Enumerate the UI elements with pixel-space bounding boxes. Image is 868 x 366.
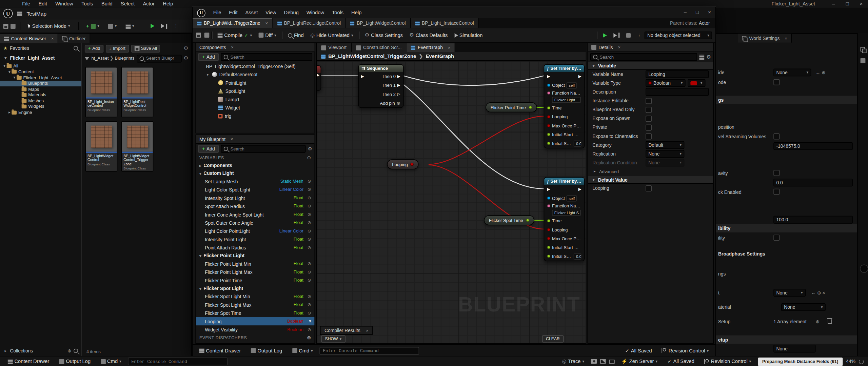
function-name-field[interactable]: Flicker Light ... [552, 97, 581, 103]
bp-maximize-button[interactable]: □ [696, 9, 699, 15]
debug-object-dropdown[interactable]: No debug object selected [645, 31, 712, 39]
visibility-eye-icon[interactable] [305, 212, 311, 217]
my-blueprint-row[interactable]: Components [196, 162, 314, 169]
import-button[interactable]: ↓Import [106, 44, 129, 52]
category-dropdown[interactable]: Default [646, 141, 684, 149]
advanced-expander[interactable]: Advanced [599, 169, 619, 174]
find-in-content-browser-icon[interactable] [204, 33, 210, 38]
bp-menu-debug[interactable]: Debug [284, 10, 299, 15]
console-command-input[interactable]: Enter Console Command [319, 347, 419, 354]
class-defaults-button[interactable]: ⚙Class Defaults [406, 31, 451, 40]
ws-number-field[interactable]: 0.0 [773, 179, 853, 186]
close-panel-icon[interactable]: × [618, 45, 620, 50]
node-input-pin[interactable]: Max Once Per F... [544, 121, 584, 130]
graph-canvas[interactable]: Zoom 1:1 ⇉Sequence [317, 61, 586, 343]
node-input-pin[interactable]: Initial Start Dela... [544, 130, 584, 139]
ws-checkbox[interactable] [773, 189, 780, 195]
settings-gear-icon[interactable]: ⚙ [184, 46, 188, 51]
folder-tree-item[interactable]: Meshes [0, 98, 81, 104]
close-tab-icon[interactable]: × [51, 36, 54, 41]
play-button[interactable] [147, 22, 158, 30]
ws-number-field[interactable]: -1048575.0 [773, 142, 853, 150]
map-name[interactable]: TestMap [26, 11, 46, 17]
minimize-button[interactable]: – [832, 1, 835, 6]
my-blueprint-row[interactable]: Widget Visibility Boolean [196, 325, 314, 333]
add-actor-dropdown[interactable]: +▾ [83, 22, 102, 30]
output-log-button[interactable]: Output Log [56, 357, 94, 366]
node-set-timer-by-function-name-2[interactable]: fSet Timer by Fu... Object self Function… [544, 177, 585, 261]
revision-control-dropdown[interactable]: Revision Control▾ [701, 357, 754, 366]
ws-checkbox[interactable] [773, 170, 780, 176]
tab-bp-lightrect-widgetcontrol[interactable]: BP_LightRec...idgetControl [273, 18, 346, 28]
ws-dropdown[interactable]: None [773, 289, 806, 297]
visibility-eye-icon[interactable] [305, 204, 311, 209]
instance-editable-checkbox[interactable] [646, 98, 652, 104]
object-self-chip[interactable]: self [567, 82, 577, 88]
ws-dropdown[interactable]: None [773, 68, 811, 76]
asset-card[interactable]: BP_LightRect WidgetControl Blueprint Cla… [121, 67, 154, 118]
ws-field[interactable]: None [773, 345, 815, 352]
visibility-eye-icon[interactable] [305, 179, 311, 184]
close-panel-icon[interactable]: × [231, 45, 234, 50]
section-action-icon[interactable] [307, 155, 311, 160]
node-get-flicker-point-time[interactable]: Flicker Point Time [486, 102, 537, 112]
component-item[interactable]: SpotLight [196, 87, 314, 95]
selection-mode-dropdown[interactable]: Selection Mode▾ [25, 22, 73, 30]
tab-bp-lightwidgetcontrol[interactable]: BP_LightWidgetControl [346, 18, 411, 28]
exec-in-pin[interactable] [361, 74, 364, 79]
bp-frame-skip-button[interactable] [610, 31, 623, 40]
visibility-eye-icon[interactable] [305, 302, 311, 307]
ws-checkbox[interactable] [773, 235, 780, 241]
menu-actor[interactable]: Actor [143, 1, 154, 6]
menu-tools[interactable]: Tools [81, 1, 93, 6]
content-drawer-button[interactable]: Content Drawer [196, 346, 244, 355]
function-name-pin[interactable] [547, 204, 550, 208]
bp-menu-edit[interactable]: Edit [229, 10, 237, 15]
close-tab-icon[interactable]: × [448, 45, 451, 50]
my-blueprint-row[interactable]: Flicker Spot Light [196, 284, 314, 292]
parent-class-value[interactable]: Actor [699, 20, 710, 26]
component-item[interactable]: Widget [196, 103, 314, 111]
menu-edit[interactable]: Edit [39, 1, 47, 6]
zen-server-dropdown[interactable]: ⚡Zen Server▾ [618, 357, 661, 366]
object-pin[interactable] [547, 84, 550, 87]
breadcrumb-eventgraph[interactable]: EventGraph [426, 54, 454, 59]
node-input-pin[interactable]: Time [544, 103, 584, 112]
my-blueprint-row[interactable]: EVENT DISPATCHERS [196, 334, 314, 342]
component-item[interactable]: trig [196, 112, 314, 120]
variable-type-dropdown[interactable]: Boolean [646, 79, 686, 87]
private-checkbox[interactable] [646, 124, 652, 130]
details-search-input[interactable]: Search [590, 53, 697, 61]
favorites-label[interactable]: Favorites [10, 45, 29, 51]
exec-out-pin[interactable] [578, 187, 581, 191]
folder-tree-item[interactable]: Content [0, 69, 81, 75]
ws-dropdown[interactable]: None [781, 303, 826, 311]
my-blueprint-row[interactable]: Flicker Point Light Max Float [196, 268, 314, 276]
search-my-blueprint-input[interactable]: Search [221, 145, 306, 153]
content-drawer-button[interactable]: Content Drawer [4, 357, 53, 366]
visibility-eye-icon[interactable] [305, 319, 311, 324]
close-tab-icon[interactable]: × [265, 21, 268, 26]
bp-menu-view[interactable]: View [265, 10, 276, 15]
my-blueprint-row[interactable]: Flicker Point Light Min Float [196, 260, 314, 268]
visibility-eye-icon[interactable] [305, 187, 311, 192]
node-get-looping[interactable]: Looping [387, 159, 419, 169]
bp-close-button[interactable]: × [708, 9, 711, 15]
close-button[interactable]: × [860, 1, 863, 6]
object-self-chip[interactable]: self [567, 195, 577, 201]
unreal-logo-icon[interactable]: U [3, 9, 13, 18]
save-asset-icon[interactable] [196, 33, 201, 38]
docked-panel-icon[interactable] [861, 58, 866, 63]
blueprint-settings-gear-icon[interactable]: ⚙ [308, 146, 312, 151]
my-blueprint-title[interactable]: My Blueprint [199, 137, 225, 142]
project-root-label[interactable]: Flicker_Light_Asset [10, 55, 55, 61]
input-icon[interactable] [609, 360, 615, 363]
trash-icon[interactable] [828, 319, 831, 323]
node-input-pin[interactable]: Initial Start Dela... [544, 243, 584, 252]
my-blueprint-row[interactable]: Flicker Point Light [196, 252, 314, 260]
components-title[interactable]: Components [199, 44, 226, 50]
tab-construction-script[interactable]: Construction Scr... [352, 43, 407, 52]
bp-menu-help[interactable]: Help [351, 10, 361, 15]
my-blueprint-row[interactable]: VARIABLES [196, 154, 314, 162]
output-log-button[interactable]: Output Log [248, 346, 285, 355]
